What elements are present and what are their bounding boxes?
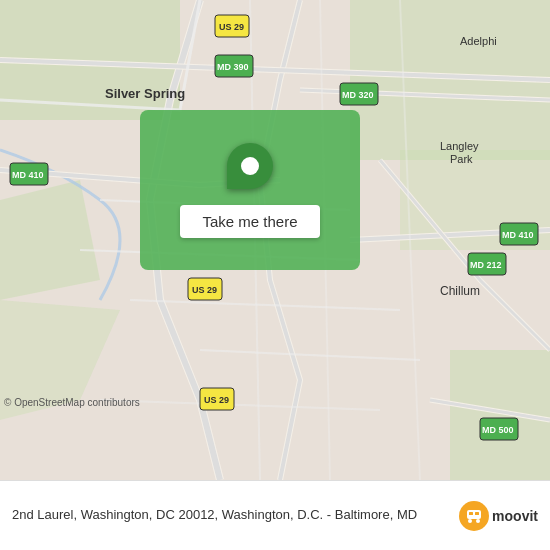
- info-bar: 2nd Laurel, Washington, DC 20012, Washin…: [0, 480, 550, 550]
- svg-text:MD 390: MD 390: [217, 62, 249, 72]
- moovit-logo: moovit: [459, 501, 538, 531]
- svg-text:MD 212: MD 212: [470, 260, 502, 270]
- map-overlay: Take me there: [140, 110, 360, 270]
- moovit-text: moovit: [492, 508, 538, 524]
- svg-text:MD 410: MD 410: [12, 170, 44, 180]
- svg-rect-32: [475, 512, 479, 515]
- svg-point-34: [476, 519, 480, 523]
- svg-text:Park: Park: [450, 153, 473, 165]
- svg-text:US 29: US 29: [192, 285, 217, 295]
- map-container: Silver Spring Adelphi Langley Park Chill…: [0, 0, 550, 480]
- svg-text:Silver Spring: Silver Spring: [105, 86, 185, 101]
- svg-text:Chillum: Chillum: [440, 284, 480, 298]
- moovit-icon: [459, 501, 489, 531]
- map-copyright: © OpenStreetMap contributors: [4, 397, 140, 408]
- address-text: 2nd Laurel, Washington, DC 20012, Washin…: [12, 506, 451, 524]
- take-me-there-button[interactable]: Take me there: [180, 205, 319, 238]
- svg-rect-31: [469, 512, 473, 515]
- svg-text:MD 320: MD 320: [342, 90, 374, 100]
- location-pin-icon: [227, 143, 273, 189]
- svg-point-33: [468, 519, 472, 523]
- svg-text:US 29: US 29: [204, 395, 229, 405]
- svg-text:US 29: US 29: [219, 22, 244, 32]
- location-pin-wrapper: [217, 133, 282, 198]
- svg-text:Adelphi: Adelphi: [460, 35, 497, 47]
- svg-text:Langley: Langley: [440, 140, 479, 152]
- svg-text:MD 500: MD 500: [482, 425, 514, 435]
- svg-text:MD 410: MD 410: [502, 230, 534, 240]
